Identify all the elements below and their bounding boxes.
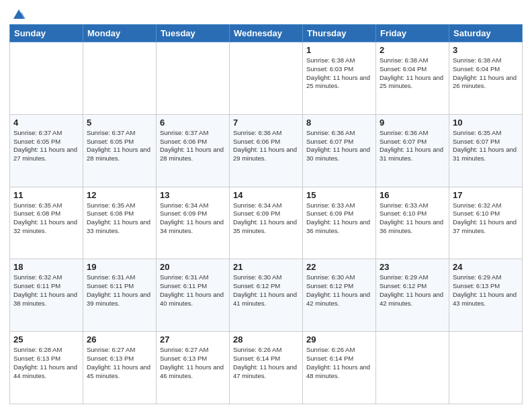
cell-date-number: 6 bbox=[160, 118, 226, 128]
cell-info-text: Sunrise: 6:27 AM Sunset: 6:13 PM Dayligh… bbox=[87, 346, 152, 380]
calendar-cell: 21Sunrise: 6:30 AM Sunset: 6:12 PM Dayli… bbox=[230, 259, 303, 332]
cell-info-text: Sunrise: 6:35 AM Sunset: 6:07 PM Dayligh… bbox=[453, 129, 519, 163]
calendar-cell: 26Sunrise: 6:27 AM Sunset: 6:13 PM Dayli… bbox=[83, 332, 157, 404]
cell-date-number: 16 bbox=[380, 190, 445, 200]
calendar-cell: 16Sunrise: 6:33 AM Sunset: 6:10 PM Dayli… bbox=[376, 187, 449, 259]
cell-date-number: 25 bbox=[13, 334, 79, 345]
cell-date-number: 10 bbox=[453, 118, 519, 128]
cell-date-number: 29 bbox=[306, 334, 372, 345]
cell-date-number: 15 bbox=[306, 190, 372, 200]
cell-date-number: 4 bbox=[13, 118, 79, 128]
cell-info-text: Sunrise: 6:32 AM Sunset: 6:11 PM Dayligh… bbox=[13, 273, 79, 308]
weekday-header-tuesday: Tuesday bbox=[157, 25, 230, 42]
logo-icon bbox=[11, 7, 26, 21]
logo-area bbox=[9, 7, 26, 21]
calendar-cell: 24Sunrise: 6:29 AM Sunset: 6:13 PM Dayli… bbox=[449, 259, 523, 332]
cell-info-text: Sunrise: 6:31 AM Sunset: 6:11 PM Dayligh… bbox=[87, 273, 152, 308]
cell-date-number: 21 bbox=[233, 262, 299, 272]
cell-date-number: 19 bbox=[87, 262, 152, 272]
cell-date-number: 9 bbox=[380, 118, 445, 128]
calendar-cell: 6Sunrise: 6:37 AM Sunset: 6:06 PM Daylig… bbox=[157, 114, 230, 187]
calendar-cell: 12Sunrise: 6:35 AM Sunset: 6:08 PM Dayli… bbox=[83, 187, 157, 259]
weekday-header-wednesday: Wednesday bbox=[230, 25, 303, 42]
calendar-cell: 3Sunrise: 6:38 AM Sunset: 6:04 PM Daylig… bbox=[449, 42, 523, 115]
calendar-week-row: 11Sunrise: 6:35 AM Sunset: 6:08 PM Dayli… bbox=[10, 187, 523, 259]
calendar-week-row: 25Sunrise: 6:28 AM Sunset: 6:13 PM Dayli… bbox=[10, 332, 523, 404]
cell-date-number: 22 bbox=[306, 262, 372, 272]
cell-info-text: Sunrise: 6:37 AM Sunset: 6:05 PM Dayligh… bbox=[13, 129, 79, 163]
calendar-cell: 8Sunrise: 6:36 AM Sunset: 6:07 PM Daylig… bbox=[303, 114, 376, 187]
calendar-week-row: 4Sunrise: 6:37 AM Sunset: 6:05 PM Daylig… bbox=[10, 114, 523, 187]
calendar-week-row: 1Sunrise: 6:38 AM Sunset: 6:03 PM Daylig… bbox=[10, 42, 523, 115]
calendar-page: SundayMondayTuesdayWednesdayThursdayFrid… bbox=[0, 0, 532, 411]
cell-info-text: Sunrise: 6:27 AM Sunset: 6:13 PM Dayligh… bbox=[160, 346, 226, 380]
cell-info-text: Sunrise: 6:30 AM Sunset: 6:12 PM Dayligh… bbox=[233, 273, 299, 308]
calendar-cell: 11Sunrise: 6:35 AM Sunset: 6:08 PM Dayli… bbox=[10, 187, 83, 259]
calendar-cell: 28Sunrise: 6:26 AM Sunset: 6:14 PM Dayli… bbox=[230, 332, 303, 404]
calendar-cell: 23Sunrise: 6:29 AM Sunset: 6:12 PM Dayli… bbox=[376, 259, 449, 332]
calendar-cell: 17Sunrise: 6:32 AM Sunset: 6:10 PM Dayli… bbox=[449, 187, 523, 259]
cell-info-text: Sunrise: 6:33 AM Sunset: 6:09 PM Dayligh… bbox=[306, 201, 372, 236]
cell-date-number: 17 bbox=[453, 190, 519, 200]
cell-info-text: Sunrise: 6:38 AM Sunset: 6:04 PM Dayligh… bbox=[453, 56, 519, 91]
calendar-cell bbox=[449, 332, 523, 404]
cell-info-text: Sunrise: 6:34 AM Sunset: 6:09 PM Dayligh… bbox=[160, 201, 226, 236]
cell-info-text: Sunrise: 6:36 AM Sunset: 6:07 PM Dayligh… bbox=[380, 129, 445, 163]
calendar-cell bbox=[376, 332, 449, 404]
calendar-cell: 2Sunrise: 6:38 AM Sunset: 6:04 PM Daylig… bbox=[376, 42, 449, 115]
cell-date-number: 18 bbox=[13, 262, 79, 272]
cell-info-text: Sunrise: 6:37 AM Sunset: 6:06 PM Dayligh… bbox=[160, 129, 226, 163]
calendar-cell: 18Sunrise: 6:32 AM Sunset: 6:11 PM Dayli… bbox=[10, 259, 83, 332]
cell-info-text: Sunrise: 6:38 AM Sunset: 6:04 PM Dayligh… bbox=[380, 56, 445, 91]
cell-date-number: 2 bbox=[380, 45, 445, 55]
cell-info-text: Sunrise: 6:36 AM Sunset: 6:06 PM Dayligh… bbox=[233, 129, 299, 163]
top-section bbox=[9, 7, 523, 21]
cell-info-text: Sunrise: 6:28 AM Sunset: 6:13 PM Dayligh… bbox=[13, 346, 79, 380]
calendar-cell: 10Sunrise: 6:35 AM Sunset: 6:07 PM Dayli… bbox=[449, 114, 523, 187]
cell-date-number: 13 bbox=[160, 190, 226, 200]
weekday-header-saturday: Saturday bbox=[449, 25, 523, 42]
calendar-cell bbox=[83, 42, 157, 115]
calendar-cell: 20Sunrise: 6:31 AM Sunset: 6:11 PM Dayli… bbox=[157, 259, 230, 332]
cell-info-text: Sunrise: 6:30 AM Sunset: 6:12 PM Dayligh… bbox=[306, 273, 372, 308]
cell-info-text: Sunrise: 6:32 AM Sunset: 6:10 PM Dayligh… bbox=[453, 201, 519, 236]
cell-info-text: Sunrise: 6:36 AM Sunset: 6:07 PM Dayligh… bbox=[306, 129, 372, 163]
cell-info-text: Sunrise: 6:33 AM Sunset: 6:10 PM Dayligh… bbox=[380, 201, 445, 236]
cell-date-number: 11 bbox=[13, 190, 79, 200]
calendar-cell bbox=[10, 42, 83, 115]
cell-date-number: 23 bbox=[380, 262, 445, 272]
cell-date-number: 20 bbox=[160, 262, 226, 272]
logo bbox=[9, 7, 26, 21]
calendar-cell: 14Sunrise: 6:34 AM Sunset: 6:09 PM Dayli… bbox=[230, 187, 303, 259]
cell-date-number: 8 bbox=[306, 118, 372, 128]
cell-info-text: Sunrise: 6:31 AM Sunset: 6:11 PM Dayligh… bbox=[160, 273, 226, 308]
cell-info-text: Sunrise: 6:26 AM Sunset: 6:14 PM Dayligh… bbox=[306, 346, 372, 380]
cell-date-number: 26 bbox=[87, 334, 152, 345]
cell-date-number: 7 bbox=[233, 118, 299, 128]
weekday-header-sunday: Sunday bbox=[10, 25, 83, 42]
calendar-cell: 27Sunrise: 6:27 AM Sunset: 6:13 PM Dayli… bbox=[157, 332, 230, 404]
weekday-header-monday: Monday bbox=[83, 25, 157, 42]
calendar-cell: 22Sunrise: 6:30 AM Sunset: 6:12 PM Dayli… bbox=[303, 259, 376, 332]
cell-info-text: Sunrise: 6:37 AM Sunset: 6:05 PM Dayligh… bbox=[87, 129, 152, 163]
calendar-cell: 7Sunrise: 6:36 AM Sunset: 6:06 PM Daylig… bbox=[230, 114, 303, 187]
calendar-cell: 15Sunrise: 6:33 AM Sunset: 6:09 PM Dayli… bbox=[303, 187, 376, 259]
cell-date-number: 14 bbox=[233, 190, 299, 200]
cell-date-number: 1 bbox=[306, 45, 372, 55]
cell-info-text: Sunrise: 6:26 AM Sunset: 6:14 PM Dayligh… bbox=[233, 346, 299, 380]
cell-info-text: Sunrise: 6:35 AM Sunset: 6:08 PM Dayligh… bbox=[87, 201, 152, 236]
cell-date-number: 27 bbox=[160, 334, 226, 345]
cell-date-number: 12 bbox=[87, 190, 152, 200]
calendar-cell: 25Sunrise: 6:28 AM Sunset: 6:13 PM Dayli… bbox=[10, 332, 83, 404]
calendar-header-row: SundayMondayTuesdayWednesdayThursdayFrid… bbox=[10, 25, 523, 42]
calendar-cell: 4Sunrise: 6:37 AM Sunset: 6:05 PM Daylig… bbox=[10, 114, 83, 187]
cell-date-number: 3 bbox=[453, 45, 519, 55]
calendar-body: 1Sunrise: 6:38 AM Sunset: 6:03 PM Daylig… bbox=[10, 42, 523, 404]
calendar-cell: 5Sunrise: 6:37 AM Sunset: 6:05 PM Daylig… bbox=[83, 114, 157, 187]
weekday-header-thursday: Thursday bbox=[303, 25, 376, 42]
weekday-header-friday: Friday bbox=[376, 25, 449, 42]
cell-info-text: Sunrise: 6:34 AM Sunset: 6:09 PM Dayligh… bbox=[233, 201, 299, 236]
cell-info-text: Sunrise: 6:35 AM Sunset: 6:08 PM Dayligh… bbox=[13, 201, 79, 236]
cell-date-number: 5 bbox=[87, 118, 152, 128]
calendar-cell: 29Sunrise: 6:26 AM Sunset: 6:14 PM Dayli… bbox=[303, 332, 376, 404]
